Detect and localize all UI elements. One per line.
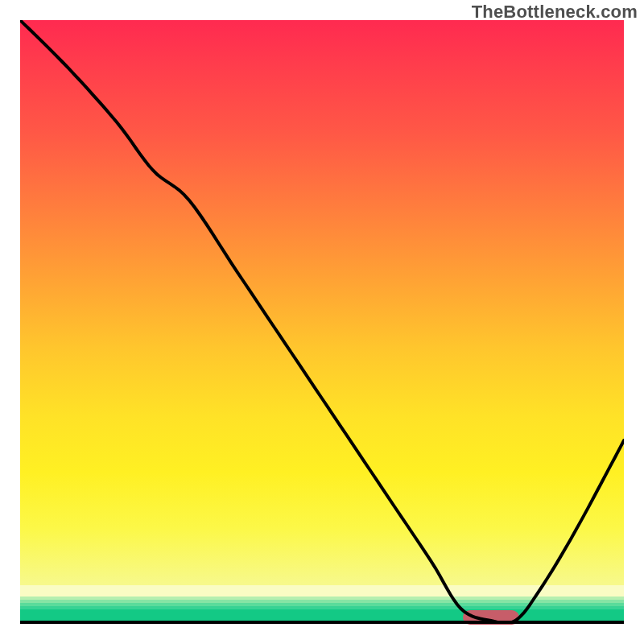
bg-gradient-green (20, 609, 624, 621)
plot-area (20, 20, 624, 624)
bg-gradient-warm (20, 20, 624, 585)
baseline (20, 621, 624, 624)
chart-root: TheBottleneck.com (0, 0, 644, 644)
bg-gradient-pale (20, 585, 624, 597)
